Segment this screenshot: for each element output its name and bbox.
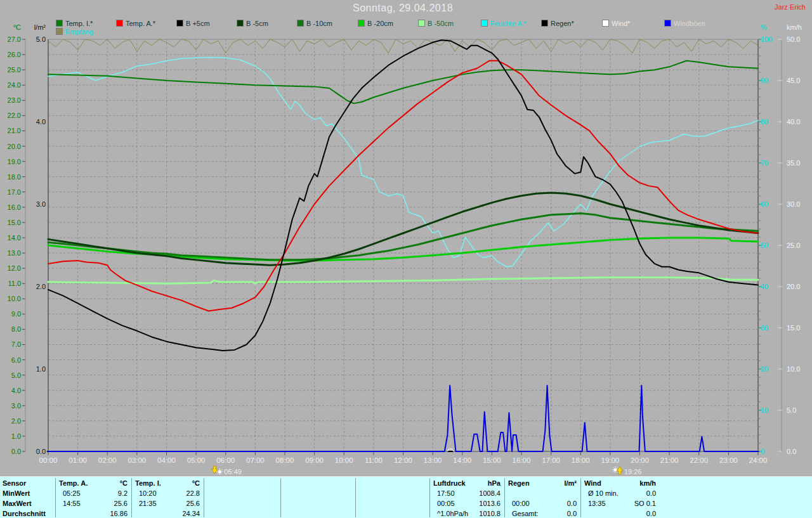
sun-ray: [613, 471, 613, 472]
kmh-axis-tick-label: 5.0: [787, 406, 796, 414]
time-axis-label: 15:00: [483, 456, 501, 464]
temp-axis-tick-label: 3.0: [11, 402, 21, 410]
pct-axis-tick-label: 90: [761, 77, 768, 84]
temp-axis-tick-label: 7.0: [11, 340, 21, 348]
temp-axis-tick-label: 16.0: [8, 204, 21, 211]
kmh-axis-tick-label: 35.0: [787, 159, 800, 167]
stats-column-separator: [355, 478, 356, 517]
stats-col-unit: l/m²: [508, 478, 577, 488]
temp-axis-tick-label: 15.0: [8, 219, 21, 226]
kmh-axis-tick-label: 15.0: [787, 324, 800, 332]
stats-row-label: MaxWert: [3, 498, 32, 508]
kmh-axis-tick-label: 25.0: [787, 242, 800, 249]
kmh-axis-tick-label: 30.0: [787, 200, 800, 208]
sunrise-time-label: 05:49: [224, 468, 242, 476]
time-axis-label: 16:00: [513, 456, 531, 464]
temp-axis-tick-label: 11.0: [8, 280, 21, 287]
temp-axis-tick-label: 2.0: [11, 417, 21, 425]
temp-axis-tick-label: 13.0: [8, 249, 21, 257]
time-axis-label: 06:00: [216, 456, 235, 464]
temp-axis-tick-label: 18.0: [8, 173, 21, 181]
temp-axis-tick-label: 5.0: [11, 372, 21, 379]
temp-axis-tick-label: 22.0: [8, 112, 21, 119]
series-b_m50: [48, 278, 758, 284]
stats-table: SensorMinWertMaxWertDurchschnittTemp. A.…: [0, 476, 812, 518]
temp-axis-tick-label: 14.0: [8, 234, 21, 242]
time-axis-label: 11:00: [365, 456, 383, 464]
pct-axis-tick-label: 80: [761, 118, 768, 126]
temp-axis-tick-label: 25.0: [8, 66, 21, 74]
temp-axis-tick-label: 8.0: [11, 325, 21, 333]
stats-value: 0.0: [508, 508, 577, 518]
pct-axis-tick-label: 20: [761, 365, 768, 373]
temp-axis-tick-label: 24.0: [8, 81, 21, 89]
stats-column-separator: [280, 478, 281, 517]
sun-ray: [617, 471, 617, 472]
time-axis-label: 01:00: [69, 456, 87, 464]
temp-axis-tick-label: 10.0: [8, 295, 21, 302]
rain-axis-tick-label: 2.0: [36, 283, 46, 290]
pct-axis-tick-label: 100: [761, 36, 772, 43]
stats-value: SO 0.1: [584, 498, 656, 508]
rain-axis-tick-label: 1.0: [36, 365, 46, 373]
rain-axis-tick-label: 4.0: [36, 118, 46, 126]
stats-value: 25.6: [59, 498, 128, 508]
stats-value: 1013.6: [433, 498, 501, 508]
stats-column-separator: [131, 478, 132, 517]
pct-axis-tick-label: 30: [761, 324, 768, 332]
stats-value: 9.2: [59, 488, 128, 498]
temp-axis-tick-label: 19.0: [8, 158, 21, 165]
temp-axis-tick-label: 6.0: [11, 356, 21, 364]
temp-axis-tick-label: 1.0: [11, 432, 21, 440]
temp-axis-tick-label: 0.0: [11, 448, 21, 455]
kmh-axis-tick-label: 45.0: [787, 77, 800, 84]
stats-row-label: Durchschnitt: [3, 508, 46, 518]
temp-axis-tick-label: 4.0: [11, 387, 21, 394]
stats-column-separator: [204, 478, 204, 517]
temp-axis-tick-label: 21.0: [8, 127, 21, 134]
stats-value: 0.0: [584, 508, 656, 518]
sun-ray: [613, 467, 613, 468]
kmh-axis-tick-label: 40.0: [787, 118, 800, 126]
time-axis-label: 10:00: [335, 456, 353, 464]
time-axis-label: 05:00: [187, 456, 206, 464]
temp-axis-tick-label: 23.0: [8, 96, 21, 104]
time-axis-label: 07:00: [246, 456, 265, 464]
weather-station-screen: Sonntag, 29.04.2018 Jarz Erich Temp. I.*…: [0, 0, 812, 518]
temp-axis-tick-label: 17.0: [8, 188, 21, 196]
stats-col-unit: °C: [135, 478, 200, 488]
time-axis-label: 14:00: [453, 456, 471, 464]
stats-column-separator: [55, 478, 56, 517]
stats-col-unit: km/h: [584, 478, 656, 488]
temp-axis-tick-label: 12.0: [8, 264, 21, 272]
time-axis-label: 13:00: [424, 456, 442, 464]
sun-ray: [617, 467, 617, 468]
time-axis-label: 23:00: [719, 456, 738, 464]
stats-col-unit: °C: [59, 478, 128, 488]
sun-icon: [218, 470, 221, 473]
sun-ray: [221, 473, 222, 474]
kmh-axis-tick-label: 20.0: [787, 283, 800, 290]
time-axis-label: 02:00: [98, 456, 117, 464]
pct-axis-tick-label: 10: [761, 406, 768, 414]
time-axis-label: 04:00: [157, 456, 176, 464]
temp-axis-tick-label: 9.0: [11, 310, 21, 318]
kmh-axis-tick-label: 10.0: [787, 365, 800, 373]
pct-axis-tick-label: 60: [761, 200, 768, 208]
time-axis-label: 12:00: [394, 456, 412, 464]
pct-axis-tick-label: 40: [761, 283, 768, 290]
sunrise-arrow-icon: [211, 466, 218, 474]
pct-axis-tick-label: 70: [761, 159, 768, 167]
stats-column-separator: [580, 478, 581, 517]
stats-value: 0.0: [584, 488, 656, 498]
stats-column-separator: [504, 478, 505, 517]
time-axis-label: 03:00: [128, 456, 146, 464]
stats-value: 22.8: [135, 488, 200, 498]
sunset-time-label: 19:26: [624, 468, 642, 476]
temp-axis-tick-label: 26.0: [8, 51, 21, 58]
stats-value: 24.34: [135, 508, 200, 518]
time-axis-label: 18:00: [572, 456, 590, 464]
time-axis-label: 00:00: [39, 456, 58, 464]
stats-col-unit: hPa: [433, 478, 501, 488]
stats-value: 25.6: [135, 498, 200, 508]
